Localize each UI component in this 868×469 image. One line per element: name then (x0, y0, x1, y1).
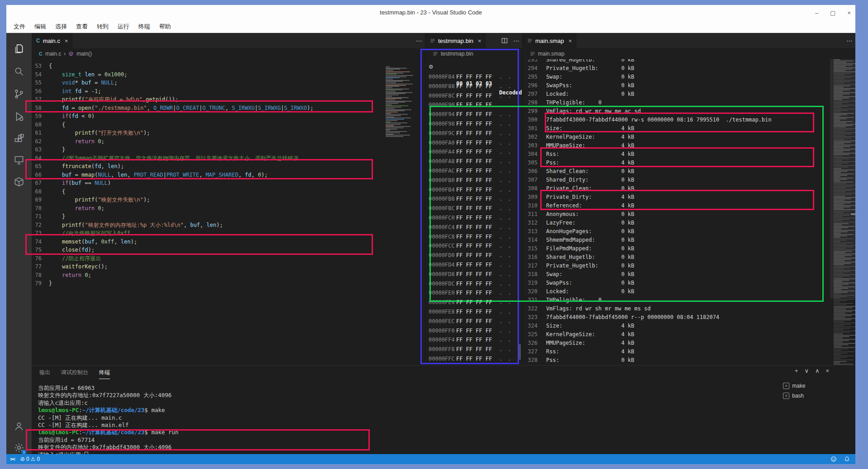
menu-item-5[interactable]: 运行 (113, 20, 134, 33)
minimap-line (386, 110, 405, 111)
smap-line: 301Size: 4 kB (523, 124, 634, 133)
maximize-button[interactable]: ▢ (830, 9, 835, 16)
code-line: 71 } (32, 212, 65, 221)
menu-item-1[interactable]: 编辑 (30, 20, 51, 33)
minimap-line (834, 318, 855, 319)
tab-close-icon[interactable]: × (569, 38, 572, 44)
panel-tab-debug-console[interactable]: 调试控制台 (61, 366, 88, 379)
maximize-panel-icon[interactable]: ∧ (815, 367, 820, 374)
minimap-line (386, 70, 393, 71)
breadcrumb[interactable]: main.smap (523, 48, 855, 59)
hex-scrollbar[interactable] (519, 344, 521, 360)
minimap-line (834, 335, 855, 336)
new-terminal-icon[interactable]: + (795, 367, 798, 374)
bottom-panel: 输出 调试控制台 终端 + ∨ ∧ × 当前应用id = 66963映射文件的内… (32, 365, 855, 454)
gear-icon[interactable]: ⚙ (429, 62, 433, 71)
minimap-line (834, 333, 843, 334)
minimap-line (386, 103, 398, 104)
source-control-icon[interactable] (13, 88, 25, 100)
minimap-line (386, 136, 403, 137)
terminal-line: lmos@lmos-PC:~/计算机基础/code/23$ make (38, 407, 165, 414)
smap-line: 302KernelPageSize: 4 kB (523, 133, 634, 141)
minimap-line (386, 66, 390, 67)
problems-indicator[interactable]: ⊘0 ⚠0 (20, 456, 40, 462)
panel-tab-output[interactable]: 输出 (39, 366, 50, 379)
explorer-icon[interactable] (13, 43, 25, 55)
minimap-line (386, 109, 411, 110)
search-icon[interactable] (13, 66, 25, 77)
menu-item-2[interactable]: 选择 (51, 20, 71, 33)
code-editor[interactable]: 53{54 size_t len = 0x1000;55 void* buf =… (32, 59, 425, 365)
terminal-list-item-bash[interactable]: > bash (779, 391, 855, 401)
minimap-line (834, 344, 849, 345)
minimap-line (834, 347, 855, 348)
smap-line: 307Shared_Dirty: 0 kB (523, 176, 634, 184)
code-line: 66 buf = mmap(NULL, len, PROT_READ|PROT_… (32, 171, 268, 179)
smap-line: 299VmFlags: rd wr mr mw me ac sd (523, 107, 641, 116)
minimap-line (834, 324, 851, 325)
minimap-line (386, 113, 391, 114)
menu-item-7[interactable]: 帮助 (155, 20, 175, 33)
menu-item-0[interactable]: 文件 (9, 20, 30, 33)
terminal-line: 当前应用id = 67714 (38, 436, 94, 444)
tab-main-c[interactable]: C main.c × (32, 33, 73, 48)
minimap-line (834, 328, 850, 329)
feedback-icon[interactable] (830, 456, 837, 462)
split-editor-icon[interactable] (501, 38, 508, 44)
close-panel-icon[interactable]: × (826, 367, 829, 374)
code-line: 58 fd = open("./testmmap.bin", O_RDWR|O_… (32, 104, 313, 113)
minimap[interactable] (386, 66, 425, 143)
minimap-slider[interactable] (830, 59, 855, 299)
minimize-button[interactable]: – (815, 9, 818, 16)
extensions-icon[interactable] (13, 133, 25, 145)
tab-main-smap[interactable]: main.smap × (523, 33, 576, 48)
settings-gear-icon[interactable]: 1 (13, 442, 25, 454)
scroll-decoration (851, 213, 855, 215)
minimap-line (834, 362, 840, 363)
breadcrumb[interactable]: C main.c › main() (32, 48, 425, 59)
code-line: 67 if(buf == NULL) (32, 179, 111, 188)
more-actions-icon[interactable]: ⋯ (846, 37, 853, 44)
minimap-line (834, 352, 854, 352)
smap-line: 320Locked: 0 kB (523, 287, 634, 296)
terminal-list-item-make[interactable]: > make (779, 381, 855, 391)
tab-testmmap-bin[interactable]: testmmap.bin × (425, 33, 486, 48)
menu-item-6[interactable]: 终端 (134, 20, 155, 33)
minimap-line (386, 126, 410, 127)
title-bar[interactable]: testmmap.bin - 23 - Visual Studio Code –… (6, 5, 855, 20)
close-button[interactable]: × (847, 9, 851, 16)
tab-close-icon[interactable]: × (65, 38, 68, 44)
menu-item-3[interactable]: 查看 (71, 20, 92, 33)
breadcrumb[interactable]: testmmap.bin (425, 48, 522, 59)
more-actions-icon[interactable]: ⋯ (513, 37, 519, 44)
terminal-list: > make > bash (779, 381, 855, 401)
menu-item-4[interactable]: 转到 (92, 20, 113, 33)
panel-tab-terminal[interactable]: 终端 (99, 366, 110, 379)
code-line: 79} (32, 279, 52, 288)
package-icon[interactable] (13, 176, 25, 188)
smap-editor[interactable]: 293Shared_Hugetlb: 0 kB294Private_Hugetl… (523, 59, 855, 365)
code-line: 57 printf("当前应用id = %d\n",getpid()); (32, 95, 178, 104)
hex-editor[interactable]: ⚙ 00 01 02 03 Decoded 00000F84FF FF FF F… (425, 59, 522, 365)
code-line: 59 if(fd < 0) (32, 112, 94, 121)
remote-indicator[interactable]: >< (10, 456, 15, 462)
minimap-line (834, 319, 851, 320)
code-line: 64 //因为mmap不能扩展空文件，空文件没有物理内存页，所以先要改变文件大小… (32, 154, 298, 163)
minimap-line (386, 80, 410, 81)
smap-line: 315FilePmdMapped: 0 kB (523, 244, 634, 253)
remote-explorer-icon[interactable] (13, 154, 25, 166)
minimap-line (834, 305, 846, 305)
minimap-line (386, 122, 407, 123)
smap-line: 298THPeligible: 0 (523, 98, 602, 107)
tab-close-icon[interactable]: × (478, 38, 481, 44)
account-icon[interactable] (13, 420, 25, 432)
notifications-bell-icon[interactable] (844, 456, 850, 462)
smap-line: 312LazyFree: 0 kB (523, 219, 634, 227)
code-line: 53{ (32, 62, 52, 70)
run-debug-icon[interactable] (13, 111, 25, 122)
smap-line: 313AnonHugePages: 0 kB (523, 227, 634, 236)
smap-line: 317Private_Hugetlb: 0 kB (523, 262, 634, 270)
terminal-dropdown-icon[interactable]: ∨ (804, 367, 809, 374)
more-actions-icon[interactable]: ⋯ (416, 37, 422, 44)
minimap-line (834, 303, 853, 304)
